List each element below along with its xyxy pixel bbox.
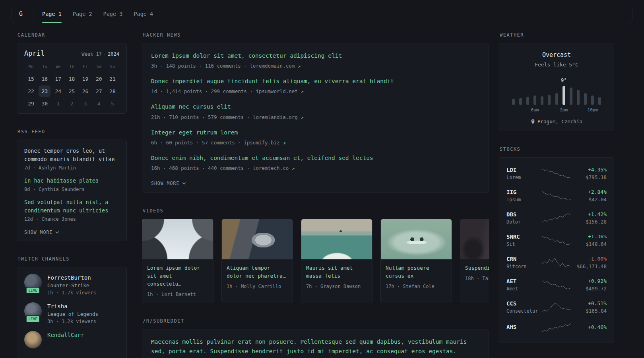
external-link-icon[interactable]: ↗ xyxy=(301,88,304,94)
news-item: Donec enim nibh, condimentum et accumsan… xyxy=(151,154,480,171)
video-card[interactable]: Nullam posuere cursus ex 17h · Stefan Co… xyxy=(380,219,452,303)
channel-viewers: 3h · 1.2k viewers xyxy=(47,319,98,324)
rss-item: In hac habitasse platea 8d · Cynthia Sau… xyxy=(24,177,119,192)
twitch-channel-row[interactable]: KendallCarr xyxy=(24,331,119,350)
video-title: Suspendisse diam xyxy=(465,264,489,272)
videos-widget: VIDEOS Lorem ipsum dolor sit amet consec… xyxy=(142,208,489,303)
subreddit-section-title: /R/SUBREDDIT xyxy=(143,318,488,324)
stock-change: +1.42% xyxy=(570,211,607,217)
video-info: Suspendisse diam 18h · Tara xyxy=(460,259,489,287)
weather-bar xyxy=(582,76,589,105)
stocks-section-title: STOCKS xyxy=(500,146,613,152)
news-item-link[interactable]: Donec imperdiet augue tincidunt felis al… xyxy=(151,77,480,86)
calendar-day: 20 xyxy=(92,73,106,85)
weather-card: Overcast Feels like 5°C 9° 6am2pm10pm Pr… xyxy=(499,43,614,131)
stocks-card: LDILorem +4.35%$795.18 IIGIpsum +2.84%$4… xyxy=(499,157,614,342)
news-item: Integer eget rutrum lorem 6h · 60 points… xyxy=(151,128,480,146)
stock-row[interactable]: AETAmet +0.92%$499.72 xyxy=(506,274,607,296)
weather-bar xyxy=(546,76,553,105)
stock-price: $795.18 xyxy=(570,174,607,180)
rss-item: Sed volutpat nulla nisl, a condimentum n… xyxy=(24,198,119,222)
stock-name: Bitcorn xyxy=(506,264,542,269)
news-item-link[interactable]: Aliquam nec cursus elit xyxy=(151,102,480,111)
rss-show-more-button[interactable]: SHOW MORE xyxy=(24,230,59,235)
stocks-widget: STOCKS LDILorem +4.35%$795.18 IIGIpsum +… xyxy=(499,146,614,342)
news-item-link[interactable]: Donec enim nibh, condimentum et accumsan… xyxy=(151,154,480,163)
calendar-day: 18 xyxy=(65,73,78,85)
channel-avatar: LIVE xyxy=(24,302,42,321)
stock-sparkline xyxy=(542,323,570,333)
rss-item-link[interactable]: In hac habitasse platea xyxy=(24,177,119,185)
external-link-icon[interactable]: ↗ xyxy=(292,165,295,171)
tab-page-4[interactable]: Page 4 xyxy=(134,5,153,23)
calendar-day-next-month: 5 xyxy=(106,98,119,109)
video-thumbnail xyxy=(381,219,452,259)
weekday-header: Th xyxy=(65,62,78,72)
video-card[interactable]: Lorem ipsum dolor sit amet consectetu… 1… xyxy=(142,219,213,303)
reddit-post-link[interactable]: Maecenas mollis pulvinar erat non posuer… xyxy=(151,337,480,356)
rss-item-meta: 8d · Cynthia Saunders xyxy=(24,187,119,192)
channel-avatar: LIVE xyxy=(24,274,42,293)
middle-column: HACKER NEWS Lorem ipsum dolor sit amet, … xyxy=(142,32,489,358)
stock-ticker: CRN xyxy=(506,256,542,262)
channel-name: ForrestBurton xyxy=(47,274,96,281)
news-meta-text: 21h · 710 points · 579 comments · loreml… xyxy=(151,114,298,120)
stock-change: +0.51% xyxy=(570,300,607,306)
stock-row[interactable]: CCSConsectetur +0.51%$165.84 xyxy=(506,296,607,318)
channel-info: KendallCarr xyxy=(47,331,84,338)
external-link-icon[interactable]: ↗ xyxy=(283,140,286,146)
tab-page-2[interactable]: Page 2 xyxy=(73,5,92,23)
chevron-down-icon xyxy=(55,231,59,233)
video-card[interactable]: Aliquam tempor dolor nec pharetra… 1h · … xyxy=(221,219,293,303)
rss-item-link[interactable]: Donec tempor eros leo, ut commodo mauris… xyxy=(24,147,119,163)
news-meta-text: 6h · 60 points · 57 comments · ipsumify.… xyxy=(151,140,280,146)
video-thumbnail xyxy=(460,219,489,259)
stock-row[interactable]: AHS +0.46% xyxy=(506,318,607,337)
twitch-channel-row[interactable]: LIVE ForrestBurton Counter-Strike 1h · 1… xyxy=(24,274,119,296)
time-axis-label: 10pm xyxy=(588,107,598,113)
subreddit-card: Maecenas mollis pulvinar erat non posuer… xyxy=(142,329,489,358)
weather-time-axis: 6am2pm10pm xyxy=(510,107,603,113)
external-link-icon[interactable]: ↗ xyxy=(301,114,304,120)
stock-ticker: LDI xyxy=(506,167,542,173)
stock-row[interactable]: SNRCSit +1.36%$148.64 xyxy=(506,229,607,251)
channel-game: Counter-Strike xyxy=(47,282,96,288)
channel-viewers: 1h · 1.7k viewers xyxy=(47,290,96,296)
video-thumbnail xyxy=(142,219,213,259)
weekday-header: Su xyxy=(106,62,119,72)
rss-section-title: RSS FEED xyxy=(17,129,126,134)
calendar-card: April Week 17·2024 Mo Tu We Th Fr Sa Su … xyxy=(17,43,127,114)
stock-name: Sit xyxy=(506,241,542,247)
rss-card: Donec tempor eros leo, ut commodo mauris… xyxy=(17,140,127,241)
tab-page-3[interactable]: Page 3 xyxy=(103,5,123,23)
calendar-day: 22 xyxy=(24,86,38,97)
video-card[interactable]: Suspendisse diam 18h · Tara xyxy=(460,219,489,303)
hackernews-widget: HACKER NEWS Lorem ipsum dolor sit amet, … xyxy=(142,32,489,193)
stock-row[interactable]: IIGIpsum +2.84%$42.04 xyxy=(506,185,607,207)
chevron-down-icon xyxy=(182,182,186,185)
stock-row[interactable]: CRNBitcorn -1.00%$66,171.48 xyxy=(506,251,607,274)
stock-row[interactable]: DBSDolor +1.42%$156.28 xyxy=(506,207,607,229)
hackernews-show-more-button[interactable]: SHOW MORE xyxy=(151,181,186,186)
stock-name: Lorem xyxy=(506,175,542,180)
news-item-link[interactable]: Lorem ipsum dolor sit amet, consectetur … xyxy=(151,51,480,60)
rss-widget: RSS FEED Donec tempor eros leo, ut commo… xyxy=(17,129,127,241)
rss-item-meta: 12d · Chance Jones xyxy=(24,216,119,222)
video-meta: 1h · Molly Carrillo xyxy=(227,284,288,289)
stock-name: Ipsum xyxy=(506,197,542,202)
stock-name: Consectetur xyxy=(506,308,542,314)
rss-item-link[interactable]: Sed volutpat nulla nisl, a condimentum n… xyxy=(24,198,119,215)
stock-row[interactable]: LDILorem +4.35%$795.18 xyxy=(506,162,607,185)
twitch-channel-row[interactable]: LIVE Trisha League of Legends 3h · 1.2k … xyxy=(24,302,119,324)
stock-ticker: SNRC xyxy=(506,233,542,240)
external-link-icon[interactable]: ↗ xyxy=(298,63,301,69)
video-card[interactable]: Mauris sit amet massa felis 7h · Grayson… xyxy=(301,219,372,303)
tab-page-1[interactable]: Page 1 xyxy=(42,5,62,23)
app-logo: G xyxy=(12,5,33,23)
video-title: Lorem ipsum dolor sit amet consectetu… xyxy=(147,264,208,288)
stock-name: Dolor xyxy=(506,219,542,225)
page-tabs: Page 1 Page 2 Page 3 Page 4 xyxy=(42,5,153,23)
news-item: Aliquam nec cursus elit 21h · 710 points… xyxy=(151,102,480,120)
time-axis-label: 2pm xyxy=(560,107,568,113)
news-item-link[interactable]: Integer eget rutrum lorem xyxy=(151,128,480,137)
